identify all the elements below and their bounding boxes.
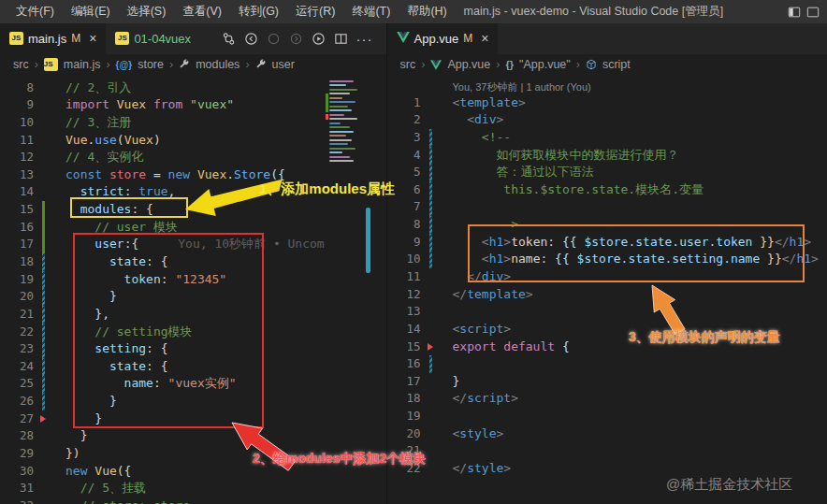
code-line[interactable]: 19 token: "12345": [0, 271, 386, 289]
code-line[interactable]: 21 },: [0, 306, 386, 324]
left-editor[interactable]: 8// 2、引入9import Vuex from "vuex"10// 3、注…: [0, 76, 386, 504]
chevron-right-icon: ›: [33, 58, 40, 71]
js-file-icon: JS: [44, 58, 58, 71]
code-line[interactable]: 16: [387, 355, 827, 373]
code-line[interactable]: 18 state: {: [0, 253, 386, 271]
split-editor-icon[interactable]: [334, 32, 348, 46]
code-line[interactable]: 17 user:{You, 10秒钟前 • Uncom: [0, 236, 386, 253]
minimap[interactable]: [329, 80, 365, 165]
code-line[interactable]: 12// 4、实例化: [0, 149, 386, 166]
window-controls: [788, 6, 827, 19]
vscode-window: 文件(F) 编辑(E) 选择(S) 查看(V) 转到(G) 运行(R) 终端(T…: [0, 0, 827, 504]
run-code-icon[interactable]: [312, 32, 326, 46]
code-line[interactable]: 32 // store: store: [0, 497, 386, 504]
vue-file-icon: [397, 32, 410, 46]
breadcrumb-user[interactable]: user: [272, 58, 295, 71]
code-line[interactable]: 22</style>: [387, 460, 827, 478]
breadcrumb-app-vue-object[interactable]: "App.vue": [519, 58, 571, 71]
code-line[interactable]: 30new Vue({: [0, 463, 386, 481]
navigate-back-icon[interactable]: [244, 32, 258, 46]
menu-file[interactable]: 文件(F): [7, 4, 63, 20]
breadcrumb-store[interactable]: store: [138, 58, 164, 71]
window-title: main.js - vuex-demo - Visual Studio Code…: [464, 4, 724, 20]
tab-label: main.js: [28, 32, 66, 46]
code-line[interactable]: 29}): [0, 445, 386, 463]
code-line[interactable]: 18</script>: [387, 390, 827, 408]
chevron-right-icon: ›: [104, 58, 111, 71]
code-line[interactable]: 2 <div>: [387, 111, 827, 129]
modified-badge: M: [71, 32, 80, 45]
left-breadcrumb: src › JS main.js › {@} store › modules ›…: [0, 54, 386, 76]
chevron-right-icon: ›: [167, 58, 175, 71]
menu-edit[interactable]: 编辑(E): [63, 4, 119, 20]
code-line[interactable]: 23 setting: {: [0, 340, 386, 358]
right-editor[interactable]: You, 37秒钟前 | 1 author (You)1<template>2 …: [387, 76, 827, 504]
menu-view[interactable]: 查看(V): [174, 4, 230, 20]
code-line[interactable]: 20 }: [0, 288, 386, 306]
code-line[interactable]: 12</template>: [387, 286, 827, 304]
tab-main-js[interactable]: JS main.js M ×: [0, 23, 106, 54]
code-line[interactable]: 14 strict: true,: [0, 183, 386, 201]
code-line[interactable]: 9 <h1>token: {{ $store.state.user.token …: [387, 234, 827, 252]
breadcrumb-script[interactable]: script: [602, 58, 631, 71]
menu-help[interactable]: 帮助(H): [399, 4, 455, 20]
code-line[interactable]: 16 // user 模块: [0, 219, 386, 237]
code-line[interactable]: 15export default {: [387, 338, 827, 356]
code-line[interactable]: 28 }: [0, 427, 386, 445]
breadcrumb-src[interactable]: src: [400, 58, 416, 71]
right-breadcrumb: src › App.vue › {} "App.vue" › script: [387, 54, 827, 76]
code-line[interactable]: 24 state: {: [0, 358, 386, 376]
close-icon[interactable]: ×: [89, 31, 96, 46]
open-changes-icon[interactable]: [222, 32, 236, 46]
object-braces-icon: {}: [505, 59, 514, 70]
layout-panel-icon[interactable]: [806, 6, 820, 19]
code-line[interactable]: 27 }: [0, 410, 386, 428]
right-tab-bar: App.vue M ×: [387, 23, 827, 54]
code-line[interactable]: 6 this.$store.state.模块名.变量: [387, 181, 827, 199]
code-line[interactable]: 3 <!--: [387, 129, 827, 147]
code-line[interactable]: 4 如何获取模块中的数据进行使用？: [387, 147, 827, 165]
cube-icon: [586, 59, 597, 70]
code-line[interactable]: 11Vue.use(Vuex): [0, 132, 386, 150]
code-line[interactable]: 21: [387, 442, 827, 460]
code-line[interactable]: 15 modules: {: [0, 201, 386, 219]
minimap-git-deleted-mark: [326, 114, 328, 120]
navigate-forward-icon[interactable]: [289, 32, 303, 46]
tab-app-vue[interactable]: App.vue M ×: [387, 23, 499, 54]
close-icon[interactable]: ×: [481, 31, 488, 46]
code-line[interactable]: 8 -->: [387, 216, 827, 234]
git-blame-annotation: You, 10秒钟前 • Uncom: [138, 237, 324, 251]
menu-selection[interactable]: 选择(S): [119, 4, 175, 20]
more-actions-icon[interactable]: ···: [356, 31, 373, 47]
menu-run[interactable]: 运行(R): [287, 4, 343, 20]
code-line[interactable]: 17}: [387, 373, 827, 391]
menu-goto[interactable]: 转到(G): [230, 4, 287, 20]
breadcrumb-modules[interactable]: modules: [196, 58, 239, 71]
code-line[interactable]: 1<template>: [387, 94, 827, 112]
code-line[interactable]: 7: [387, 198, 827, 216]
menu-terminal[interactable]: 终端(T): [343, 4, 399, 20]
code-line[interactable]: 20<style>: [387, 425, 827, 443]
code-line[interactable]: 14<script>: [387, 321, 827, 338]
breadcrumb-main-js[interactable]: main.js: [64, 58, 101, 71]
code-line[interactable]: 13: [387, 303, 827, 321]
navigation-dot-icon[interactable]: [267, 32, 281, 46]
code-line[interactable]: 26 }: [0, 393, 386, 410]
namespace-icon: {@}: [116, 60, 133, 70]
editor-toolbar: ···: [222, 23, 386, 54]
code-line[interactable]: 10 <h1>name: {{ $store.state.setting.nam…: [387, 251, 827, 268]
tab-01-04vuex[interactable]: JS 01-04vuex: [106, 23, 200, 54]
code-line[interactable]: 22 // setting模块: [0, 324, 386, 341]
chevron-right-icon: ›: [419, 58, 427, 71]
code-line[interactable]: 19: [387, 408, 827, 425]
breadcrumb-app-vue[interactable]: App.vue: [447, 58, 490, 71]
code-line[interactable]: 11 </div>: [387, 268, 827, 286]
code-line[interactable]: 31 // 5、挂载: [0, 480, 386, 497]
breadcrumb-src[interactable]: src: [13, 58, 29, 71]
codelens-annotation[interactable]: You, 37秒钟前 | 1 author (You): [387, 79, 827, 94]
layout-sidebar-icon[interactable]: [788, 6, 801, 19]
code-line[interactable]: 13const store = new Vuex.Store({: [0, 166, 386, 184]
editor-group-left: JS main.js M × JS 01-04vuex ···: [0, 23, 386, 504]
code-line[interactable]: 5 答：通过以下语法: [387, 164, 827, 181]
code-line[interactable]: 25 name: "vuex实例": [0, 375, 386, 393]
